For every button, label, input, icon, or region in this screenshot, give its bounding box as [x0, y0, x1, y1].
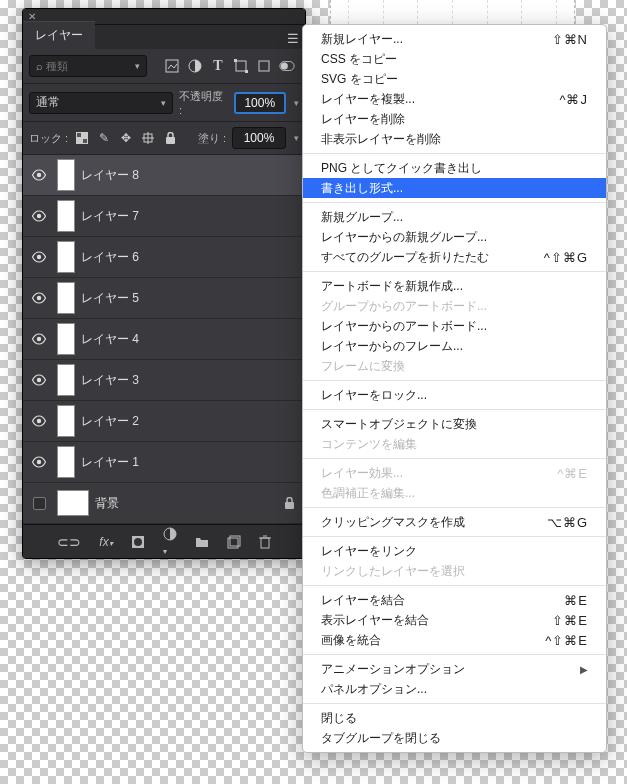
- adjustment-icon[interactable]: ▾: [163, 527, 177, 557]
- lock-pixels-icon[interactable]: [74, 130, 90, 146]
- visibility-toggle[interactable]: [23, 374, 55, 386]
- menu-item[interactable]: PNG としてクイック書き出し: [303, 158, 606, 178]
- layer-row[interactable]: 背景: [23, 483, 305, 524]
- menu-item[interactable]: アニメーションオプション▶: [303, 659, 606, 679]
- lock-brush-icon[interactable]: ✎: [96, 130, 112, 146]
- menu-item-label: アニメーションオプション: [321, 661, 465, 678]
- layer-thumbnail[interactable]: [57, 490, 89, 516]
- layer-row[interactable]: レイヤー 8: [23, 155, 305, 196]
- trash-icon[interactable]: [259, 535, 271, 549]
- menu-item[interactable]: 閉じる: [303, 708, 606, 728]
- layer-thumbnail[interactable]: [57, 323, 75, 355]
- kind-filter[interactable]: ⌕ ▾: [29, 55, 147, 77]
- filter-text-icon[interactable]: T: [210, 58, 226, 74]
- menu-item[interactable]: 非表示レイヤーを削除: [303, 129, 606, 149]
- layer-thumbnail[interactable]: [57, 405, 75, 437]
- menu-item[interactable]: SVG をコピー: [303, 69, 606, 89]
- menu-item[interactable]: タブグループを閉じる: [303, 728, 606, 748]
- menu-item[interactable]: レイヤーからの新規グループ...: [303, 227, 606, 247]
- menu-item[interactable]: パネルオプション...: [303, 679, 606, 699]
- menu-item: レイヤー効果...^⌘E: [303, 463, 606, 483]
- visibility-toggle[interactable]: [23, 292, 55, 304]
- menu-item[interactable]: すべてのグループを折りたたむ^⇧⌘G: [303, 247, 606, 267]
- lock-icon[interactable]: [284, 497, 295, 510]
- layer-name[interactable]: レイヤー 4: [81, 331, 139, 348]
- menu-item[interactable]: クリッピングマスクを作成⌥⌘G: [303, 512, 606, 532]
- lock-position-icon[interactable]: ✥: [118, 130, 134, 146]
- layer-name[interactable]: レイヤー 5: [81, 290, 139, 307]
- menu-item[interactable]: スマートオブジェクトに変換: [303, 414, 606, 434]
- menu-item[interactable]: レイヤーからのフレーム...: [303, 336, 606, 356]
- filter-shape-icon[interactable]: [233, 58, 249, 74]
- layer-thumbnail[interactable]: [57, 200, 75, 232]
- visibility-toggle[interactable]: [23, 497, 55, 510]
- blend-mode-select[interactable]: 通常 ▾: [29, 92, 173, 114]
- new-layer-icon[interactable]: [227, 535, 241, 549]
- layers-context-menu: 新規レイヤー...⇧⌘NCSS をコピーSVG をコピーレイヤーを複製...^⌘…: [302, 24, 607, 753]
- lock-artboard-icon[interactable]: [140, 130, 156, 146]
- visibility-toggle[interactable]: [23, 415, 55, 427]
- fill-input[interactable]: 100%: [232, 127, 286, 149]
- layer-thumbnail[interactable]: [57, 446, 75, 478]
- layer-row[interactable]: レイヤー 3: [23, 360, 305, 401]
- layer-name[interactable]: レイヤー 1: [81, 454, 139, 471]
- menu-item[interactable]: レイヤーを削除: [303, 109, 606, 129]
- menu-item[interactable]: レイヤーを結合⌘E: [303, 590, 606, 610]
- menu-item[interactable]: アートボードを新規作成...: [303, 276, 606, 296]
- menu-item[interactable]: 書き出し形式...: [303, 178, 606, 198]
- menu-separator: [303, 507, 606, 508]
- layer-row[interactable]: レイヤー 2: [23, 401, 305, 442]
- menu-item[interactable]: 表示レイヤーを結合⇧⌘E: [303, 610, 606, 630]
- layer-row[interactable]: レイヤー 7: [23, 196, 305, 237]
- layer-name[interactable]: 背景: [95, 495, 119, 512]
- opacity-input[interactable]: 100%: [234, 92, 286, 114]
- layer-name[interactable]: レイヤー 7: [81, 208, 139, 225]
- layer-thumbnail[interactable]: [57, 159, 75, 191]
- svg-rect-7: [281, 62, 288, 69]
- visibility-toggle[interactable]: [23, 251, 55, 263]
- menu-shortcut: ⇧⌘N: [552, 32, 588, 47]
- tab-layers[interactable]: レイヤー: [23, 21, 95, 49]
- menu-item-label: アートボードを新規作成...: [321, 278, 463, 295]
- kind-filter-input[interactable]: [46, 60, 116, 72]
- layer-row[interactable]: レイヤー 6: [23, 237, 305, 278]
- fx-icon[interactable]: fx▾: [99, 535, 112, 549]
- layer-name[interactable]: レイヤー 2: [81, 413, 139, 430]
- layer-row[interactable]: レイヤー 5: [23, 278, 305, 319]
- chevron-down-icon[interactable]: ▾: [294, 133, 299, 143]
- filter-toggle-icon[interactable]: [279, 58, 295, 74]
- menu-item[interactable]: 新規レイヤー...⇧⌘N: [303, 29, 606, 49]
- menu-item[interactable]: 新規グループ...: [303, 207, 606, 227]
- menu-item[interactable]: レイヤーからのアートボード...: [303, 316, 606, 336]
- filter-adjust-icon[interactable]: [187, 58, 203, 74]
- layer-thumbnail[interactable]: [57, 364, 75, 396]
- menu-item[interactable]: レイヤーをロック...: [303, 385, 606, 405]
- panel-bottom-bar: ⊂⊃ fx▾ ▾: [23, 524, 305, 558]
- visibility-toggle[interactable]: [23, 456, 55, 468]
- layer-thumbnail[interactable]: [57, 282, 75, 314]
- menu-item[interactable]: CSS をコピー: [303, 49, 606, 69]
- link-icon[interactable]: ⊂⊃: [57, 534, 81, 550]
- layer-name[interactable]: レイヤー 8: [81, 167, 139, 184]
- visibility-toggle[interactable]: [23, 169, 55, 181]
- menu-item[interactable]: レイヤーをリンク: [303, 541, 606, 561]
- layer-thumbnail[interactable]: [57, 241, 75, 273]
- visibility-toggle[interactable]: [23, 210, 55, 222]
- menu-item-label: すべてのグループを折りたたむ: [321, 249, 489, 266]
- menu-separator: [303, 703, 606, 704]
- svg-rect-10: [83, 139, 87, 143]
- mask-icon[interactable]: [131, 535, 145, 549]
- menu-item[interactable]: 画像を統合^⇧⌘E: [303, 630, 606, 650]
- filter-smart-icon[interactable]: [256, 58, 272, 74]
- filter-image-icon[interactable]: [164, 58, 180, 74]
- chevron-down-icon[interactable]: ▾: [294, 98, 299, 108]
- folder-icon[interactable]: [195, 536, 209, 548]
- layer-row[interactable]: レイヤー 4: [23, 319, 305, 360]
- layer-name[interactable]: レイヤー 6: [81, 249, 139, 266]
- lock-all-icon[interactable]: [162, 130, 178, 146]
- layer-name[interactable]: レイヤー 3: [81, 372, 139, 389]
- panel-menu-icon[interactable]: ☰: [287, 31, 299, 46]
- visibility-toggle[interactable]: [23, 333, 55, 345]
- menu-item[interactable]: レイヤーを複製...^⌘J: [303, 89, 606, 109]
- layer-row[interactable]: レイヤー 1: [23, 442, 305, 483]
